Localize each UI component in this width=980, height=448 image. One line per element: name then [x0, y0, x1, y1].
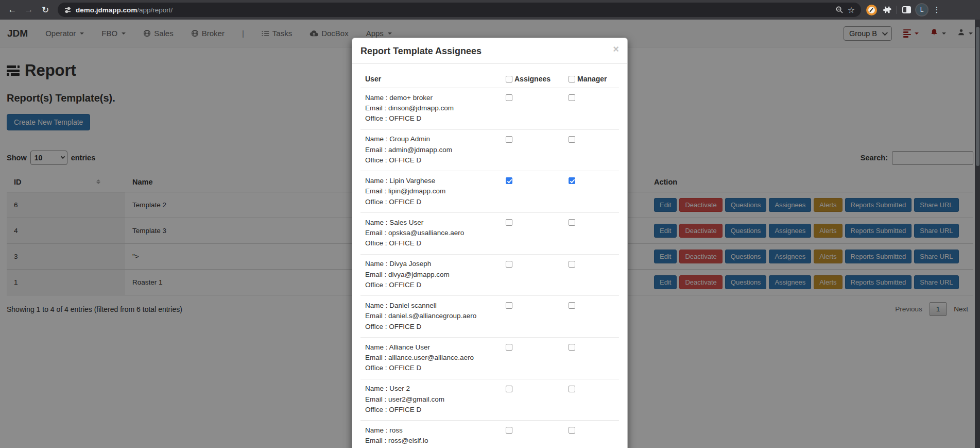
side-panel-icon[interactable]	[902, 6, 911, 13]
extension-orange-icon[interactable]	[866, 5, 877, 15]
bookmark-icon[interactable]: ☆	[848, 5, 855, 15]
column-header-assignees: Assignees	[506, 75, 569, 83]
user-name-line: Name : Lipin Varghese	[365, 176, 506, 186]
user-row: Name : User 2 Email : user2@gmail.com Of…	[360, 379, 619, 421]
user-name-line: Name : ross	[365, 426, 506, 436]
user-office-line: Office : OFFICE D	[365, 280, 506, 290]
user-row: Name : demo+ broker Email : dinson@jdmap…	[360, 88, 619, 130]
user-row: Name : Daniel scannell Email : daniel.s@…	[360, 296, 619, 338]
user-name-line: Name : User 2	[365, 384, 506, 394]
manager-checkbox[interactable]	[569, 219, 575, 226]
user-row: Name : Alliance User Email : alliance.us…	[360, 338, 619, 379]
url-text: demo.jdmapp.com/app/report/	[76, 6, 173, 14]
user-office-line: Office : OFFICE D	[365, 114, 506, 124]
manager-checkbox[interactable]	[569, 302, 575, 309]
assignees-select-all-checkbox[interactable]	[506, 76, 512, 82]
profile-avatar[interactable]: L	[915, 3, 929, 16]
scrollbar-thumb[interactable]	[976, 27, 979, 166]
modal-user-list: Name : demo+ broker Email : dinson@jdmap…	[360, 88, 619, 448]
browser-toolbar: ← → ↻ demo.jdmapp.com/app/report/ ☆ L ⋮	[0, 0, 980, 20]
user-email-line: Email : admin@jdmapp.com	[365, 145, 506, 155]
user-name-line: Name : Group Admin	[365, 135, 506, 144]
manager-checkbox[interactable]	[569, 344, 575, 351]
user-email-line: Email : opsksa@usalliance.aero	[365, 228, 506, 238]
assignees-checkbox[interactable]	[506, 427, 512, 434]
user-email-line: Email : ross@elsif.io	[365, 436, 506, 446]
back-icon[interactable]: ←	[5, 3, 20, 17]
toolbar-separator	[897, 6, 897, 14]
assignees-checkbox[interactable]	[506, 136, 512, 143]
manager-select-all-checkbox[interactable]	[569, 76, 575, 82]
assignees-checkbox[interactable]	[506, 219, 512, 226]
assignees-checkbox[interactable]	[506, 386, 512, 392]
column-header-user: User	[360, 75, 506, 83]
user-email-line: Email : daniel.s@alliancegroup.aero	[365, 311, 506, 321]
user-row: Name : Lipin Varghese Email : lipin@jdma…	[360, 171, 619, 213]
user-row: Name : Group Admin Email : admin@jdmapp.…	[360, 130, 619, 172]
assignees-checkbox[interactable]	[506, 261, 512, 268]
modal-title: Report Template Assignees	[360, 46, 482, 56]
user-email-line: Email : divya@jdmapp.com	[365, 270, 506, 280]
column-header-manager: Manager	[569, 75, 619, 83]
modal-header: Report Template Assignees ×	[352, 38, 627, 64]
user-email-line: Email : alliance.user@alliance.aero	[365, 353, 506, 363]
user-name-line: Name : demo+ broker	[365, 93, 506, 103]
user-name-line: Name : Divya Joseph	[365, 259, 506, 269]
user-email-line: Email : lipin@jdmapp.com	[365, 187, 506, 196]
assignees-checkbox[interactable]	[506, 302, 512, 309]
page-scrollbar[interactable]	[975, 20, 980, 448]
user-office-line: Office : OFFICE D	[365, 405, 506, 415]
assignees-modal: Report Template Assignees × User Assigne…	[352, 38, 628, 448]
user-name-line: Name : Alliance User	[365, 343, 506, 353]
user-email-line: Email : user2@gmail.com	[365, 395, 506, 405]
app-viewport: JDM Operator FBO Sales Broker | Tasks Do…	[0, 20, 980, 448]
user-row: Name : Divya Joseph Email : divya@jdmapp…	[360, 255, 619, 296]
url-host: demo.jdmapp.com	[76, 6, 137, 14]
user-email-line: Email : dinson@jdmapp.com	[365, 104, 506, 113]
user-office-line: Office : OFFICE D	[365, 322, 506, 332]
manager-checkbox[interactable]	[569, 94, 575, 101]
user-office-line: Office : OFFICE D	[365, 239, 506, 248]
url-path: /app/report/	[137, 6, 173, 14]
extensions-puzzle-icon[interactable]	[882, 5, 891, 14]
manager-checkbox[interactable]	[569, 386, 575, 392]
assignees-checkbox[interactable]	[506, 177, 512, 184]
user-office-line: Office : OFFICE D	[365, 363, 506, 373]
user-name-line: Name : Sales User	[365, 218, 506, 228]
assignees-checkbox[interactable]	[506, 344, 512, 351]
user-office-line: Office : OFFICE D	[365, 156, 506, 165]
manager-checkbox[interactable]	[569, 427, 575, 434]
manager-checkbox[interactable]	[569, 261, 575, 268]
browser-menu-icon[interactable]: ⋮	[933, 5, 941, 14]
user-row: Name : Sales User Email : opsksa@usallia…	[360, 213, 619, 255]
site-settings-icon[interactable]	[64, 6, 72, 14]
manager-checkbox[interactable]	[569, 136, 575, 143]
close-icon[interactable]: ×	[613, 44, 619, 54]
reload-icon[interactable]: ↻	[38, 3, 53, 17]
user-row: Name : ross Email : ross@elsif.io Office…	[360, 421, 619, 448]
forward-icon[interactable]: →	[22, 3, 36, 17]
modal-body: User Assignees Manager Name : demo+ brok…	[352, 64, 627, 448]
modal-table-header: User Assignees Manager	[360, 70, 619, 88]
address-bar[interactable]: demo.jdmapp.com/app/report/ ☆	[58, 3, 861, 17]
user-name-line: Name : Daniel scannell	[365, 301, 506, 311]
user-office-line: Office : OFFICE D	[365, 197, 506, 207]
zoom-icon[interactable]	[835, 6, 844, 14]
assignees-checkbox[interactable]	[506, 94, 512, 101]
manager-checkbox[interactable]	[569, 177, 575, 184]
